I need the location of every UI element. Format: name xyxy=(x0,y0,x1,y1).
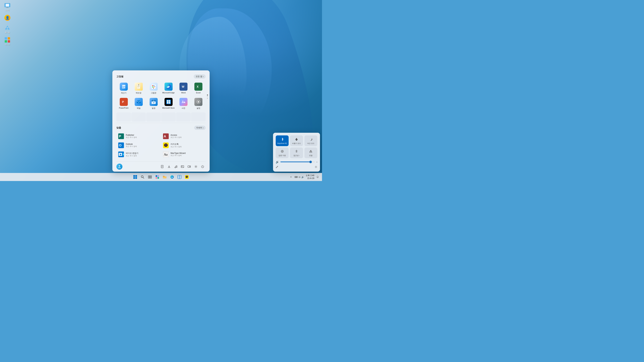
mactype-sub: 최근 추가 항목 xyxy=(170,154,186,157)
pinned-powerpoint[interactable]: P PowerPoint xyxy=(116,96,131,111)
svg-rect-17 xyxy=(122,88,123,88)
video-editor-name: 비디오 편집기 xyxy=(126,152,138,155)
detail-button[interactable]: 자세히 › xyxy=(194,126,206,130)
notification-bell[interactable] xyxy=(315,174,320,180)
power-button[interactable] xyxy=(200,164,206,170)
svg-rect-51 xyxy=(169,102,170,104)
svg-rect-15 xyxy=(123,87,124,88)
store-taskbar-button[interactable] xyxy=(176,174,183,180)
widgets-button[interactable] xyxy=(154,174,161,180)
qs-settings-icon[interactable] xyxy=(314,166,317,169)
qs-bluetooth[interactable]: Keychron K1 xyxy=(276,135,289,146)
pinned-edge[interactable]: Microsoft Edge xyxy=(161,81,176,96)
desktop-icon-recycle[interactable]: 휴지통 xyxy=(1,24,14,34)
access-icon: A xyxy=(163,133,169,139)
start-button[interactable] xyxy=(132,174,138,180)
rec-publisher[interactable]: P Publisher 최근 추가 항목 xyxy=(116,132,161,141)
edge-taskbar-button[interactable] xyxy=(169,174,176,180)
video-editor-icon xyxy=(118,151,124,157)
pinned-paint[interactable]: 그림판 xyxy=(146,81,161,96)
videos-button[interactable] xyxy=(186,164,192,170)
edge-label: Microsoft Edge xyxy=(162,92,174,94)
user-profile[interactable] xyxy=(116,164,122,170)
music-button[interactable] xyxy=(173,164,179,170)
svg-rect-99 xyxy=(150,176,152,177)
pinned-word[interactable]: W Word xyxy=(176,81,191,96)
all-apps-label: 모든 앱 xyxy=(196,75,202,78)
svg-point-117 xyxy=(299,178,300,178)
rec-video-editor[interactable]: 비디오 편집기 최근 추가 항목 xyxy=(116,150,161,159)
bluetooth-icon xyxy=(280,138,284,142)
svg-text:O: O xyxy=(119,143,122,147)
rec-kakaotalk[interactable]: 카카오톡 최근 추가 항목 xyxy=(161,141,206,150)
file-explorer-button[interactable] xyxy=(161,174,168,180)
taskview-button[interactable] xyxy=(146,174,153,180)
slider-thumb[interactable] xyxy=(310,161,312,163)
rec-outlook[interactable]: O Outlook 최근 추가 항목 xyxy=(116,141,161,150)
pinned-empty-row xyxy=(116,112,206,121)
svg-point-79 xyxy=(175,167,176,168)
search-button[interactable] xyxy=(139,174,146,180)
time-display: 오후 2:40 xyxy=(306,174,314,177)
desktop-icon-user[interactable]: 👤 xyxy=(1,14,14,22)
notification-bell-icon xyxy=(316,176,319,178)
svg-rect-10 xyxy=(122,85,125,86)
svg-point-25 xyxy=(152,85,153,86)
settings-bottom-button[interactable] xyxy=(193,164,199,170)
qs-connect[interactable]: 연결 xyxy=(304,147,317,158)
video-editor-sub: 최근 추가 항목 xyxy=(126,155,138,157)
qs-airplane[interactable]: 비행기 모드 xyxy=(290,135,303,146)
store-icon xyxy=(164,98,172,106)
volume-slider-track[interactable] xyxy=(280,160,315,164)
pinned-excel[interactable]: X Excel xyxy=(191,81,206,96)
systray-icons: ⌨ 🔊 xyxy=(294,176,305,178)
scroll-dot-3 xyxy=(207,98,208,99)
pinned-store[interactable]: Microsoft Store xyxy=(161,96,176,111)
pinned-photos[interactable]: 사진 xyxy=(176,96,191,111)
kakaotalk-taskbar-button[interactable] xyxy=(184,174,190,180)
search-icon xyxy=(141,175,144,179)
desktop-icon-mypc[interactable]: 내 PC xyxy=(1,2,14,12)
edge-taskbar-icon xyxy=(170,175,174,179)
publisher-name: Publisher xyxy=(126,134,137,136)
downloads-button[interactable] xyxy=(166,164,172,170)
volume-expand-arrow[interactable]: › xyxy=(316,161,317,163)
rec-mactype[interactable]: Aa MacType Wizard 최근 추가 항목 xyxy=(161,150,206,159)
placeholder-3 xyxy=(146,112,161,121)
mypc-icon xyxy=(4,3,10,9)
placeholder-5 xyxy=(176,112,191,121)
pinned-notepad[interactable]: 메모장 xyxy=(131,81,146,96)
publisher-icon: P xyxy=(118,133,124,139)
connect-icon xyxy=(309,150,312,154)
desktop-icon-control[interactable]: 제어판 xyxy=(1,36,14,46)
store-taskbar-icon xyxy=(178,175,181,179)
svg-text:일정: 일정 xyxy=(152,100,155,102)
rec-access[interactable]: A Access 최근 추가 항목 xyxy=(161,132,206,141)
svg-rect-92 xyxy=(133,175,135,177)
svg-rect-95 xyxy=(135,177,137,179)
user-icon: 👤 xyxy=(4,15,10,21)
qs-edit-icon[interactable] xyxy=(276,166,278,169)
qs-night[interactable]: 야간 모드 xyxy=(304,135,317,146)
notification-area[interactable] xyxy=(289,175,293,179)
pinned-mail[interactable]: 메일 xyxy=(131,96,146,111)
svg-line-97 xyxy=(143,177,144,178)
volume-tray-icon[interactable]: 🔊 xyxy=(301,176,304,178)
all-apps-button[interactable]: 모든 앱 › xyxy=(194,74,206,79)
pinned-settings[interactable]: 설정 xyxy=(191,96,206,111)
svg-point-65 xyxy=(166,145,166,145)
calculator-icon xyxy=(120,83,128,91)
pinned-calculator[interactable]: 계산기 xyxy=(116,81,131,96)
pictures-button[interactable] xyxy=(180,164,186,170)
svg-point-28 xyxy=(154,86,154,87)
svg-rect-11 xyxy=(122,86,123,87)
pinned-calendar[interactable]: 일정 15 일정 xyxy=(146,96,161,111)
docs-button[interactable] xyxy=(159,164,165,170)
qs-accessibility[interactable]: 접근성 › xyxy=(290,147,303,158)
start-menu: 고정됨 모든 앱 › xyxy=(112,70,210,172)
qs-focus[interactable]: 집중 지원 xyxy=(276,147,289,158)
svg-rect-18 xyxy=(123,88,124,88)
all-apps-arrow: › xyxy=(203,75,204,78)
taskbar-time[interactable]: 오후 2:40 21-6-29 xyxy=(306,174,314,180)
network-icon[interactable] xyxy=(298,176,301,178)
